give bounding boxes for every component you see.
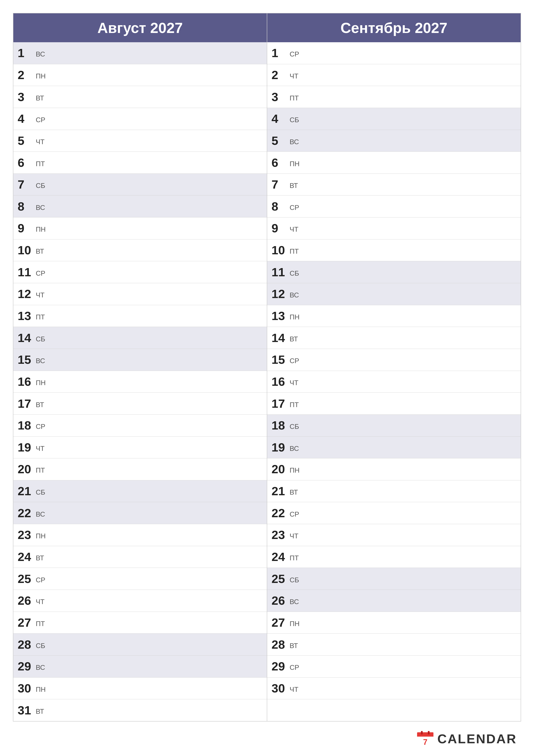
day-name: СБ: [36, 335, 45, 344]
august-day-row: 14СБ: [13, 327, 267, 349]
day-number: 12: [18, 288, 35, 300]
day-number: 6: [18, 157, 35, 169]
september-day-row: 20ПН: [267, 458, 521, 480]
day-name: СБ: [36, 182, 45, 191]
august-day-row: 2ПН: [13, 64, 267, 86]
svg-rect-6: [421, 731, 423, 735]
day-content: 6ПТ: [18, 157, 45, 169]
day-name: ПН: [36, 532, 46, 541]
september-day-row: 5ВС: [267, 130, 521, 152]
day-content: 10ПТ: [271, 244, 299, 256]
september-day-row: 11СБ: [267, 261, 521, 283]
day-number: 12: [271, 288, 289, 300]
day-name: ПТ: [290, 554, 299, 563]
september-day-row: 17ПТ: [267, 393, 521, 415]
day-content: 20ПН: [271, 463, 299, 475]
day-name: СБ: [290, 576, 299, 585]
day-number: 8: [271, 201, 289, 212]
day-name: ВТ: [36, 708, 44, 716]
day-name: ПН: [36, 72, 46, 81]
august-day-row: 7СБ: [13, 174, 267, 196]
day-number: 11: [271, 266, 289, 278]
day-content: 16ЧТ: [271, 376, 298, 388]
day-name: ЧТ: [290, 686, 298, 694]
day-content: 8СР: [271, 201, 299, 212]
day-number: 13: [271, 310, 289, 322]
day-number: 27: [271, 617, 289, 629]
day-name: ВС: [36, 510, 45, 519]
september-day-row: [267, 699, 521, 721]
day-content: 12ВС: [271, 288, 299, 300]
september-day-row: 13ПН: [267, 305, 521, 327]
day-name: ПН: [36, 226, 46, 234]
august-day-row: 16ПН: [13, 371, 267, 393]
day-number: 17: [18, 398, 35, 410]
september-day-row: 28ВТ: [267, 634, 521, 656]
august-day-row: 4СР: [13, 108, 267, 130]
day-name: ВС: [290, 598, 299, 607]
day-number: 11: [18, 266, 35, 278]
day-number: 30: [18, 682, 35, 694]
day-name: ПТ: [36, 160, 45, 169]
day-name: СБ: [290, 269, 299, 278]
august-day-row: 1ВС: [13, 42, 267, 64]
day-name: ВС: [290, 445, 299, 453]
day-content: 4СР: [18, 113, 45, 125]
august-day-row: 29ВС: [13, 656, 267, 678]
september-day-row: 4СБ: [267, 108, 521, 130]
september-day-row: 3ПТ: [267, 86, 521, 108]
august-header: Август 2027: [13, 14, 267, 42]
september-day-row: 16ЧТ: [267, 371, 521, 393]
day-number: 23: [18, 529, 35, 541]
august-day-row: 27ПТ: [13, 612, 267, 634]
day-content: 27ПТ: [18, 617, 45, 629]
logo-text: CALENDAR: [437, 731, 517, 746]
day-content: 21СБ: [18, 485, 45, 497]
day-name: ВТ: [290, 642, 298, 651]
day-content: 19ЧТ: [18, 441, 44, 453]
september-days: 1СР2ЧТ3ПТ4СБ5ВС6ПН7ВТ8СР9ЧТ10ПТ11СБ12ВС1…: [267, 42, 521, 721]
september-day-row: 12ВС: [267, 283, 521, 305]
august-day-row: 15ВС: [13, 349, 267, 371]
day-content: 7ВТ: [271, 178, 298, 191]
day-content: 5ВС: [271, 135, 299, 147]
day-number: 22: [271, 507, 289, 519]
september-day-row: 9ЧТ: [267, 217, 521, 239]
day-content: 25СР: [18, 573, 45, 585]
day-name: СР: [36, 576, 45, 585]
day-content: 3ВТ: [18, 91, 44, 103]
day-number: 25: [18, 573, 35, 585]
day-content: 21ВТ: [271, 485, 298, 497]
day-name: СР: [290, 510, 299, 519]
day-name: ЧТ: [290, 379, 298, 388]
day-name: ПТ: [290, 94, 299, 103]
day-content: 1СР: [271, 47, 299, 59]
day-number: 4: [271, 113, 289, 125]
day-content: 5ЧТ: [18, 135, 44, 147]
day-name: СР: [290, 50, 299, 59]
august-day-row: 9ПН: [13, 217, 267, 239]
august-day-row: 13ПТ: [13, 305, 267, 327]
august-day-row: 25СР: [13, 568, 267, 590]
day-name: ВС: [36, 204, 45, 212]
day-number: 9: [271, 222, 289, 234]
september-day-row: 18СБ: [267, 415, 521, 437]
header-row: Август 2027 Сентябрь 2027: [13, 14, 521, 42]
august-day-row: 20ПТ: [13, 458, 267, 480]
day-number: 28: [271, 638, 289, 651]
day-content: 15СР: [271, 354, 299, 366]
september-day-row: 22СР: [267, 502, 521, 524]
day-content: 9ПН: [18, 222, 46, 234]
day-name: ПН: [290, 160, 299, 169]
day-number: 25: [271, 573, 289, 585]
day-content: 17ВТ: [18, 398, 44, 410]
day-content: 27ПН: [271, 617, 299, 629]
day-number: 18: [271, 419, 289, 431]
day-name: ПН: [290, 466, 299, 475]
days-container: 1ВС2ПН3ВТ4СР5ЧТ6ПТ7СБ8ВС9ПН10ВТ11СР12ЧТ1…: [13, 42, 521, 721]
day-content: 2ПН: [18, 69, 46, 81]
august-day-row: 5ЧТ: [13, 130, 267, 152]
september-day-row: 21ВТ: [267, 480, 521, 502]
august-day-row: 11СР: [13, 261, 267, 283]
day-number: 29: [18, 660, 35, 672]
